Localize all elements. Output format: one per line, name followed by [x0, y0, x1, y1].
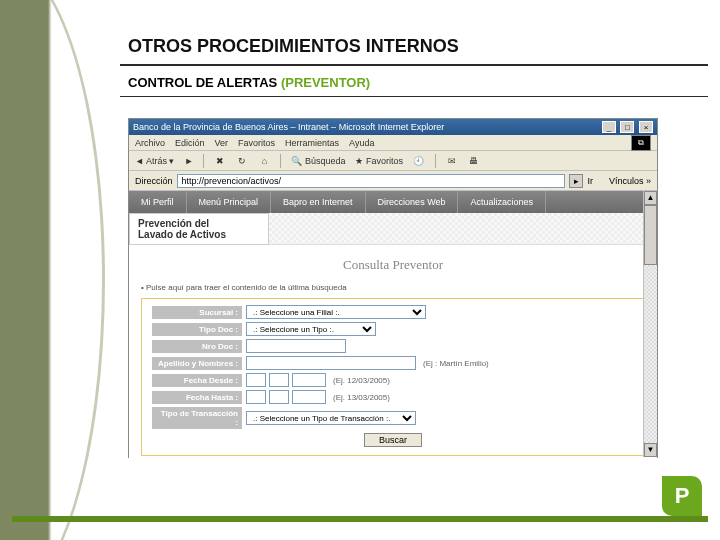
buscar-button[interactable]: Buscar — [364, 433, 422, 447]
print-icon[interactable]: 🖶 — [468, 155, 480, 167]
stop-icon[interactable]: ✖ — [214, 155, 226, 167]
menu-ver[interactable]: Ver — [215, 138, 229, 148]
throbber-icon: ⧉ — [631, 135, 651, 151]
menu-edicion[interactable]: Edición — [175, 138, 205, 148]
vertical-scrollbar[interactable]: ▲ ▼ — [643, 191, 657, 457]
label-tipo-doc: Tipo Doc : — [152, 323, 242, 336]
input-fecha-hasta-d[interactable] — [246, 390, 266, 404]
section-header: Prevención del Lavado de Activos — [129, 213, 657, 245]
address-input[interactable] — [177, 174, 566, 188]
hint-apellido: (Ej : Martín Emilio) — [423, 359, 489, 368]
label-sucursal: Sucursal : — [152, 306, 242, 319]
input-fecha-desde-m[interactable] — [269, 373, 289, 387]
label-fecha-desde: Fecha Desde : — [152, 374, 242, 387]
section-header-spacer — [269, 213, 657, 245]
select-sucursal[interactable]: .: Seleccione una Filial :. — [246, 305, 426, 319]
section-tab-line1: Prevención del — [138, 218, 260, 229]
content-area: Consulta Preventor • Pulse aquí para tra… — [129, 245, 657, 471]
menu-ayuda[interactable]: Ayuda — [349, 138, 374, 148]
forward-button[interactable]: ► — [184, 156, 193, 166]
nav-direcciones[interactable]: Direcciones Web — [366, 191, 459, 213]
menu-archivo[interactable]: Archivo — [135, 138, 165, 148]
addressbar: Dirección ▸ Ir Vínculos » — [129, 171, 657, 191]
input-fecha-desde-y[interactable] — [292, 373, 326, 387]
label-fecha-hasta: Fecha Hasta : — [152, 391, 242, 404]
search-button[interactable]: 🔍 Búsqueda — [291, 156, 345, 166]
hint-fecha-desde: (Ej. 12/03/2005) — [333, 376, 390, 385]
label-tipo-transaccion: Tipo de Transacción : — [152, 407, 242, 429]
menu-favoritos[interactable]: Favoritos — [238, 138, 275, 148]
content-heading: Consulta Preventor — [141, 257, 645, 273]
menubar: Archivo Edición Ver Favoritos Herramient… — [129, 135, 657, 151]
maximize-button[interactable]: □ — [620, 121, 634, 133]
scroll-thumb[interactable] — [644, 205, 657, 265]
favorites-button[interactable]: ★ Favoritos — [355, 156, 403, 166]
helper-link[interactable]: • Pulse aquí para traer el contenido de … — [141, 283, 645, 292]
scroll-down-arrow[interactable]: ▼ — [644, 443, 657, 457]
input-fecha-desde-d[interactable] — [246, 373, 266, 387]
history-icon[interactable]: 🕘 — [413, 155, 425, 167]
refresh-icon[interactable]: ↻ — [236, 155, 248, 167]
toolbar: ◄ Atrás ▾ ► ✖ ↻ ⌂ 🔍 Búsqueda ★ Favoritos… — [129, 151, 657, 171]
hint-fecha-hasta: (Ej. 13/03/2005) — [333, 393, 390, 402]
input-fecha-hasta-y[interactable] — [292, 390, 326, 404]
label-apellido: Apellido y Nombres : — [152, 357, 242, 370]
input-apellido[interactable] — [246, 356, 416, 370]
nav-menu-principal[interactable]: Menú Principal — [187, 191, 272, 213]
nav-bapro[interactable]: Bapro en Internet — [271, 191, 366, 213]
scroll-up-arrow[interactable]: ▲ — [644, 191, 657, 205]
label-nro-doc: Nro Doc : — [152, 340, 242, 353]
nav-actualizaciones[interactable]: Actualizaciones — [458, 191, 546, 213]
input-nro-doc[interactable] — [246, 339, 346, 353]
input-fecha-hasta-m[interactable] — [269, 390, 289, 404]
subtitle-accent: (PREVENTOR) — [281, 75, 370, 90]
search-form: Sucursal : .: Seleccione una Filial :. T… — [141, 298, 645, 456]
menu-herramientas[interactable]: Herramientas — [285, 138, 339, 148]
window-titlebar: Banco de la Provincia de Buenos Aires – … — [129, 119, 657, 135]
app-nav: Mi Perfil Menú Principal Bapro en Intern… — [129, 191, 657, 213]
scroll-track[interactable] — [644, 265, 657, 443]
section-tab: Prevención del Lavado de Activos — [129, 213, 269, 245]
slide-subtitle: CONTROL DE ALERTAS (PREVENTOR) — [128, 75, 370, 90]
slide-footer-rule — [12, 516, 708, 522]
select-tipo-doc[interactable]: .: Seleccione un Tipo :. — [246, 322, 376, 336]
window-title: Banco de la Provincia de Buenos Aires – … — [133, 122, 444, 132]
minimize-button[interactable]: _ — [602, 121, 616, 133]
links-label[interactable]: Vínculos » — [609, 176, 651, 186]
close-button[interactable]: × — [639, 121, 653, 133]
back-button[interactable]: ◄ Atrás ▾ — [135, 156, 174, 166]
subtitle-plain: CONTROL DE ALERTAS — [128, 75, 281, 90]
address-label: Dirección — [135, 176, 173, 186]
go-label: Ir — [587, 176, 593, 186]
section-tab-line2: Lavado de Activos — [138, 229, 260, 240]
go-button[interactable]: ▸ — [569, 174, 583, 188]
nav-mi-perfil[interactable]: Mi Perfil — [129, 191, 187, 213]
logo-icon: P — [662, 476, 702, 516]
home-icon[interactable]: ⌂ — [258, 155, 270, 167]
mail-icon[interactable]: ✉ — [446, 155, 458, 167]
select-tipo-transaccion[interactable]: .: Seleccione un Tipo de Transacción :. — [246, 411, 416, 425]
slide-title: OTROS PROCEDIMIENTOS INTERNOS — [128, 36, 459, 57]
ie-window: Banco de la Provincia de Buenos Aires – … — [128, 118, 658, 458]
